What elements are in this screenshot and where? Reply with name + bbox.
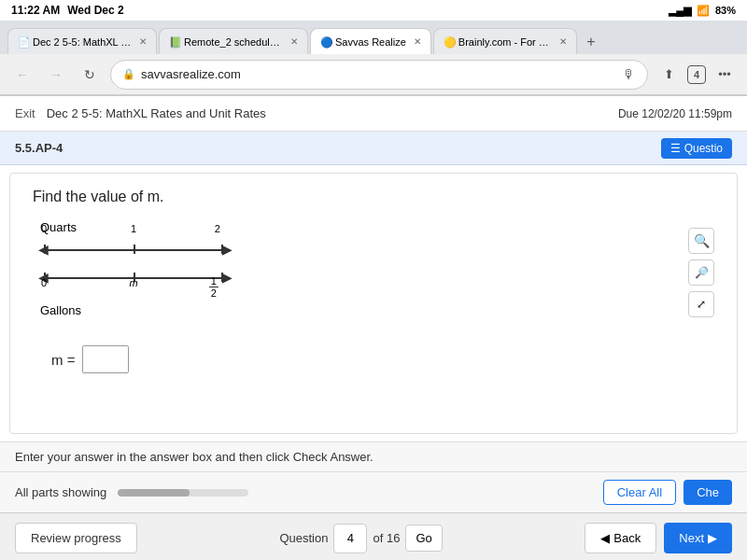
- answer-label: m =: [51, 352, 75, 368]
- time-display: 11:22 AM: [11, 4, 60, 17]
- lock-icon: 🔒: [122, 68, 135, 80]
- parts-label: All parts showing: [15, 485, 106, 499]
- next-button[interactable]: Next ▶: [664, 523, 732, 553]
- diagram-icons: 🔍 🔎 ⤢: [688, 220, 714, 317]
- clear-all-button[interactable]: Clear All: [603, 480, 676, 505]
- url-text: savvasrealize.com: [141, 67, 617, 81]
- question-header: 5.5.AP-4 ☰ Questio: [0, 132, 747, 165]
- tab-3-label: Savvas Realize: [335, 36, 406, 48]
- tabs-count[interactable]: 4: [687, 65, 706, 84]
- back-arrow-icon: ◀: [600, 531, 610, 545]
- footer-right: ◀ Back Next ▶: [585, 523, 732, 553]
- mic-icon: 🎙: [623, 67, 636, 82]
- question-title: Find the value of m.: [33, 189, 714, 205]
- next-arrow-icon: ▶: [708, 531, 717, 545]
- tab-3-favicon: 🔵: [320, 36, 331, 48]
- tab-3[interactable]: 🔵 Savvas Realize ✕: [310, 28, 431, 54]
- wifi-icon: 📶: [697, 5, 710, 17]
- quarts-line: ◀ ▶ 0 1 2: [40, 236, 227, 262]
- diagram-area: Quarts ◀ ▶ 0 1 2: [33, 220, 714, 317]
- due-date: Due 12/02/20 11:59pm: [618, 107, 732, 120]
- tab-4-close[interactable]: ✕: [559, 36, 567, 47]
- bottom-info-bar: Enter your answer in the answer box and …: [0, 441, 747, 471]
- review-progress-button[interactable]: Review progress: [15, 523, 137, 553]
- of-total: of 16: [373, 531, 400, 545]
- nav-bar: ← → ↻ 🔒 savvasrealize.com 🎙 ⬆ 4 •••: [0, 54, 747, 95]
- parts-actions: Clear All Che: [603, 480, 732, 505]
- quarts-arrow-right: ▶: [222, 242, 233, 257]
- new-tab-button[interactable]: +: [579, 30, 603, 54]
- answer-input[interactable]: [82, 345, 129, 373]
- battery-display: 83%: [715, 5, 736, 16]
- number-lines: Quarts ◀ ▶ 0 1 2: [33, 220, 641, 317]
- footer-center: Question of 16 Go: [279, 524, 442, 553]
- zoom-in-button[interactable]: 🔍: [688, 228, 714, 254]
- more-button[interactable]: •••: [712, 62, 738, 88]
- tab-2-favicon: 📗: [169, 36, 180, 48]
- question-body: Find the value of m. Quarts ◀ ▶: [10, 174, 737, 398]
- tick-q1: [134, 245, 135, 254]
- tab-1[interactable]: 📄 Dec 2 5-5: MathXL Rate... ✕: [7, 28, 157, 54]
- tab-1-favicon: 📄: [18, 36, 29, 48]
- tab-1-label: Dec 2 5-5: MathXL Rate...: [33, 36, 132, 48]
- question-number-input[interactable]: [333, 524, 367, 553]
- label-gm: m: [129, 277, 137, 288]
- nav-actions: ⬆ 4 •••: [655, 62, 738, 88]
- half-fraction: 1 2: [209, 275, 218, 299]
- gallons-label: Gallons: [40, 303, 641, 317]
- status-bar: 11:22 AM Wed Dec 2 ▂▄▆ 📶 83%: [0, 0, 747, 21]
- go-button[interactable]: Go: [405, 525, 442, 552]
- label-q0: 0: [41, 223, 47, 234]
- footer-nav: Review progress Question of 16 Go ◀ Back…: [0, 512, 747, 560]
- back-label: Back: [613, 531, 641, 545]
- date-display: Wed Dec 2: [67, 4, 123, 17]
- browser-chrome: 📄 Dec 2 5-5: MathXL Rate... ✕ 📗 Remote_2…: [0, 21, 747, 96]
- back-nav-button[interactable]: ←: [9, 62, 35, 88]
- instruction-text: Enter your answer in the answer box and …: [15, 450, 374, 464]
- tabs-bar: 📄 Dec 2 5-5: MathXL Rate... ✕ 📗 Remote_2…: [0, 21, 747, 54]
- tab-4-label: Brainly.com - For stude...: [458, 36, 552, 48]
- tab-4-favicon: 🟡: [444, 36, 455, 48]
- tab-3-close[interactable]: ✕: [414, 36, 421, 47]
- expand-button[interactable]: ⤢: [688, 291, 714, 317]
- question-label: Question: [279, 531, 328, 545]
- check-answer-button[interactable]: Che: [684, 480, 732, 505]
- footer-left: Review progress: [15, 523, 137, 553]
- breadcrumb: Dec 2 5-5: MathXL Rates and Unit Rates: [47, 106, 266, 120]
- reload-button[interactable]: ↻: [77, 62, 103, 88]
- tab-2[interactable]: 📗 Remote_2 schedule.pp... ✕: [159, 28, 308, 54]
- exit-button[interactable]: Exit: [15, 106, 35, 120]
- tick-q0: [44, 245, 46, 254]
- parts-progress-bar: [118, 489, 248, 497]
- label-q2: 2: [215, 223, 220, 234]
- parts-progress-fill: [118, 489, 190, 497]
- next-label: Next: [679, 531, 704, 545]
- questions-button[interactable]: ☰ Questio: [661, 138, 732, 159]
- label-q1: 1: [131, 223, 136, 234]
- tick-ghalf: [221, 273, 223, 282]
- tick-q2: [221, 245, 223, 254]
- question-id: 5.5.AP-4: [15, 141, 63, 155]
- gallons-arrow-right: ▶: [222, 270, 233, 285]
- tab-2-close[interactable]: ✕: [290, 36, 298, 47]
- label-g0: 0: [41, 277, 47, 288]
- label-ghalf: 1 2: [209, 275, 218, 299]
- answer-row: m =: [33, 336, 714, 383]
- tab-4[interactable]: 🟡 Brainly.com - For stude... ✕: [433, 28, 577, 54]
- zoom-out-button[interactable]: 🔎: [688, 259, 714, 286]
- forward-nav-button[interactable]: →: [43, 62, 69, 88]
- gallons-line: ◀ ▶ 0 m 1 2: [40, 264, 227, 290]
- share-button[interactable]: ⬆: [655, 62, 682, 88]
- tab-1-close[interactable]: ✕: [139, 36, 147, 47]
- parts-bar: All parts showing Clear All Che: [0, 471, 747, 512]
- parts-left: All parts showing: [15, 485, 248, 499]
- signal-icon: ▂▄▆: [669, 5, 691, 17]
- back-button[interactable]: ◀ Back: [585, 523, 656, 553]
- address-bar[interactable]: 🔒 savvasrealize.com 🎙: [110, 60, 648, 90]
- question-content: Find the value of m. Quarts ◀ ▶: [9, 173, 738, 434]
- page-header: Exit Dec 2 5-5: MathXL Rates and Unit Ra…: [0, 96, 747, 132]
- tab-2-label: Remote_2 schedule.pp...: [184, 36, 283, 48]
- list-icon: ☰: [670, 142, 681, 155]
